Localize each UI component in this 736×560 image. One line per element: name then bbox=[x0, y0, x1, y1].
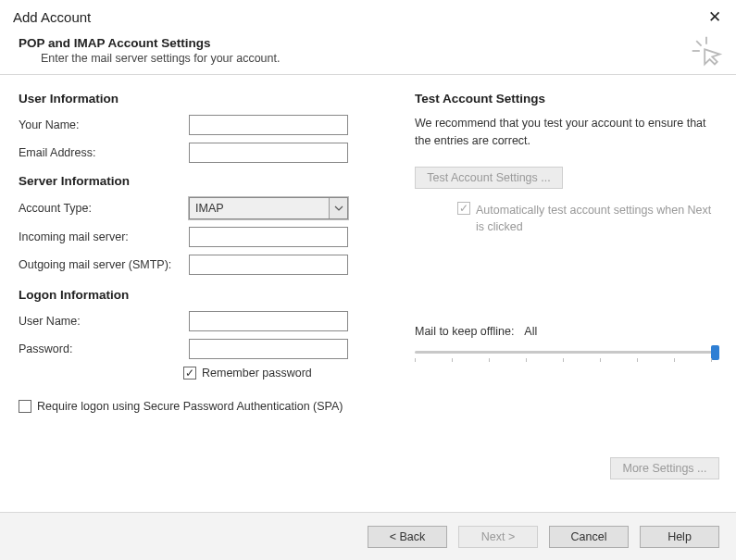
footer: < Back Next > Cancel Help bbox=[0, 512, 736, 560]
username-row: User Name: bbox=[19, 311, 389, 331]
svg-marker-3 bbox=[705, 49, 719, 64]
mail-offline-block: Mail to keep offline: All bbox=[415, 324, 719, 367]
account-type-value: IMAP bbox=[195, 202, 224, 215]
test-description: We recommend that you test your account … bbox=[415, 115, 719, 150]
checkmark-icon: ✓ bbox=[185, 367, 194, 379]
test-account-button[interactable]: Test Account Settings ... bbox=[415, 167, 563, 189]
account-type-select[interactable]: IMAP bbox=[189, 197, 348, 219]
close-icon[interactable]: ✕ bbox=[703, 7, 727, 27]
chevron-down-icon[interactable] bbox=[329, 198, 347, 218]
mail-offline-label: Mail to keep offline: bbox=[415, 325, 514, 338]
content-area: User Information Your Name: Email Addres… bbox=[0, 75, 736, 422]
header-subtitle: Enter the mail server settings for your … bbox=[41, 52, 717, 65]
username-input[interactable] bbox=[189, 311, 348, 331]
incoming-input[interactable] bbox=[189, 227, 348, 247]
password-row: Password: bbox=[19, 339, 389, 359]
password-input[interactable] bbox=[189, 339, 348, 359]
incoming-row: Incoming mail server: bbox=[19, 227, 389, 247]
outgoing-input[interactable] bbox=[189, 255, 348, 275]
email-label: Email Address: bbox=[19, 146, 189, 159]
auto-test-label: Automatically test account settings when… bbox=[476, 202, 719, 235]
user-info-heading: User Information bbox=[19, 92, 389, 106]
password-label: Password: bbox=[19, 342, 189, 355]
window-title: Add Account bbox=[13, 9, 91, 25]
your-name-label: Your Name: bbox=[19, 118, 189, 131]
auto-test-row: ✓ Automatically test account settings wh… bbox=[457, 202, 719, 235]
remember-password-row: ✓ Remember password bbox=[183, 367, 389, 380]
spa-row: Require logon using Secure Password Auth… bbox=[19, 400, 389, 413]
left-column: User Information Your Name: Email Addres… bbox=[19, 92, 389, 413]
svg-line-2 bbox=[696, 41, 701, 45]
your-name-input[interactable] bbox=[189, 115, 348, 135]
spa-label: Require logon using Secure Password Auth… bbox=[37, 400, 343, 413]
email-input[interactable] bbox=[189, 143, 348, 163]
mail-offline-value: All bbox=[524, 325, 537, 338]
cancel-button[interactable]: Cancel bbox=[549, 526, 629, 548]
back-button[interactable]: < Back bbox=[368, 526, 447, 548]
checkmark-icon: ✓ bbox=[459, 203, 468, 214]
header-block: POP and IMAP Account Settings Enter the … bbox=[0, 32, 736, 75]
outgoing-label: Outgoing mail server (SMTP): bbox=[19, 258, 189, 271]
account-type-label: Account Type: bbox=[19, 202, 189, 215]
username-label: User Name: bbox=[19, 315, 189, 328]
auto-test-checkbox: ✓ bbox=[457, 202, 470, 215]
email-row: Email Address: bbox=[19, 143, 389, 163]
remember-password-label: Remember password bbox=[202, 367, 312, 380]
more-settings-button[interactable]: More Settings ... bbox=[610, 457, 719, 479]
title-bar: Add Account ✕ bbox=[0, 0, 736, 32]
mail-offline-slider[interactable] bbox=[415, 347, 719, 367]
outgoing-row: Outgoing mail server (SMTP): bbox=[19, 255, 389, 275]
remember-password-checkbox[interactable]: ✓ bbox=[183, 367, 196, 380]
account-type-row: Account Type: IMAP bbox=[19, 197, 389, 219]
slider-ticks bbox=[415, 358, 712, 362]
spa-checkbox[interactable] bbox=[19, 400, 31, 413]
cursor-icon bbox=[690, 34, 723, 68]
help-button[interactable]: Help bbox=[640, 526, 719, 548]
right-column: Test Account Settings We recommend that … bbox=[415, 92, 719, 413]
header-title: POP and IMAP Account Settings bbox=[19, 36, 717, 50]
logon-info-heading: Logon Information bbox=[19, 288, 389, 302]
incoming-label: Incoming mail server: bbox=[19, 230, 189, 243]
slider-thumb[interactable] bbox=[711, 345, 719, 360]
next-button[interactable]: Next > bbox=[458, 526, 538, 548]
your-name-row: Your Name: bbox=[19, 115, 389, 135]
test-heading: Test Account Settings bbox=[415, 92, 719, 106]
server-info-heading: Server Information bbox=[19, 174, 389, 188]
slider-track bbox=[415, 351, 719, 354]
